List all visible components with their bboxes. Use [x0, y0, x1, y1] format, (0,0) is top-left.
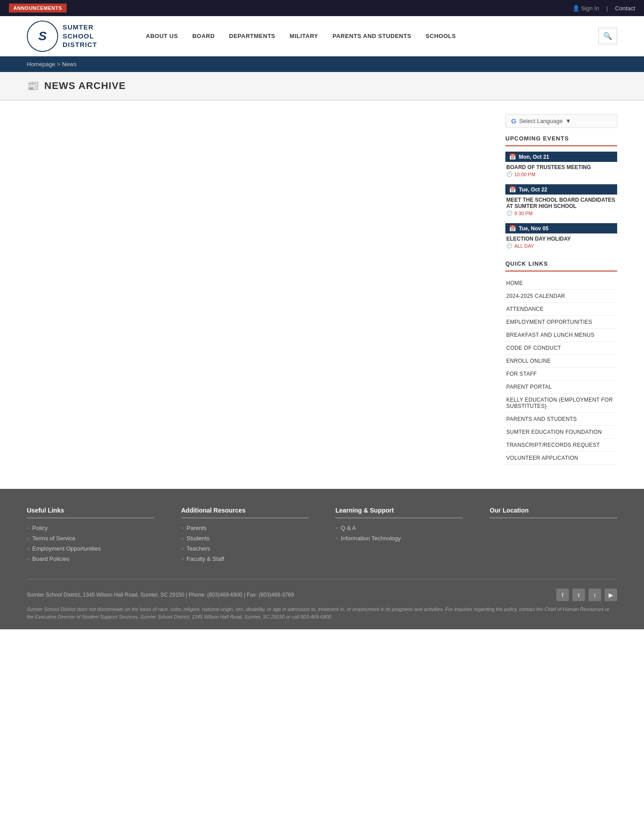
- header: S SUMTER SCHOOL DISTRICT ABOUT US BOARD …: [0, 16, 644, 56]
- quick-link[interactable]: ENROLL ONLINE: [505, 355, 617, 367]
- event-title: ELECTION DAY HOLIDAY: [505, 236, 617, 242]
- quick-link[interactable]: KELLY EDUCATION (EMPLOYMENT FOR SUBSTITU…: [505, 394, 617, 412]
- footer-link[interactable]: Students: [186, 535, 209, 542]
- list-item: Q & A: [335, 525, 463, 531]
- nav-departments[interactable]: DEPARTMENTS: [222, 28, 282, 44]
- contact-link[interactable]: Contact: [615, 5, 635, 12]
- quick-link[interactable]: PARENTS AND STUDENTS: [505, 413, 617, 425]
- youtube-icon[interactable]: ▶: [605, 589, 617, 601]
- quick-link[interactable]: CODE OF CONDUCT: [505, 342, 617, 354]
- footer-disclaimer: Sumter School District does not discrimi…: [27, 606, 617, 620]
- announcements-button[interactable]: ANNOUNCEMENTS: [9, 4, 67, 13]
- footer-link[interactable]: Q & A: [341, 525, 356, 531]
- footer-link[interactable]: Policy: [32, 525, 48, 531]
- list-item: VOLUNTEER APPLICATION: [505, 452, 617, 465]
- footer-columns: Useful Links Policy Terms of Service Emp…: [27, 507, 617, 566]
- list-item: HOME: [505, 277, 617, 290]
- quick-link[interactable]: BREAKFAST AND LUNCH MENUS: [505, 329, 617, 341]
- list-item: KELLY EDUCATION (EMPLOYMENT FOR SUBSTITU…: [505, 394, 617, 413]
- quick-link[interactable]: PARENT PORTAL: [505, 381, 617, 393]
- list-item: ATTENDANCE: [505, 303, 617, 316]
- event-title: MEET THE SCHOOL BOARD CANDIDATES AT SUMT…: [505, 197, 617, 209]
- footer-link[interactable]: Board Policies: [32, 555, 69, 562]
- event-date-bar: 📅 Tue, Nov 05: [505, 223, 617, 233]
- quick-link[interactable]: ATTENDANCE: [505, 303, 617, 315]
- search-button[interactable]: 🔍: [598, 28, 617, 44]
- clock-icon: 🕙: [506, 171, 513, 177]
- footer-address: Sumter School District, 1345 Wilson Hall…: [27, 592, 294, 598]
- google-g-icon: G: [511, 117, 517, 125]
- logo-circle: S: [27, 21, 58, 52]
- facebook-icon[interactable]: f: [556, 589, 569, 601]
- quick-links-title: QUICK LINKS: [505, 260, 617, 271]
- footer-link[interactable]: Information Technology: [341, 535, 401, 542]
- quick-link[interactable]: VOLUNTEER APPLICATION: [505, 452, 617, 464]
- quick-link[interactable]: FOR STAFF: [505, 368, 617, 380]
- quick-link[interactable]: EMPLOYMENT OPPORTUNITIES: [505, 316, 617, 328]
- quick-link[interactable]: SUMTER EDUCATION FOUNDATION: [505, 426, 617, 438]
- footer-col-additional-resources: Additional Resources Parents Students Te…: [181, 507, 309, 566]
- nav-military[interactable]: MILITARY: [283, 28, 326, 44]
- nav-parents-students[interactable]: PARENTS AND STUDENTS: [325, 28, 418, 44]
- list-item: 2024-2025 CALENDAR: [505, 290, 617, 303]
- signin-link[interactable]: 👤 Sign In: [572, 5, 599, 12]
- event-time: 🕙 10:00 PM: [505, 170, 617, 178]
- event-date-bar: 📅 Mon, Oct 21: [505, 152, 617, 162]
- list-item: Board Policies: [27, 555, 154, 562]
- instagram-icon[interactable]: i: [589, 589, 601, 601]
- nav-about-us[interactable]: ABOUT US: [139, 28, 185, 44]
- footer-col-useful-links: Useful Links Policy Terms of Service Emp…: [27, 507, 154, 566]
- quick-link[interactable]: TRANSCRIPT/RECORDS REQUEST: [505, 439, 617, 451]
- nav-board[interactable]: BOARD: [185, 28, 222, 44]
- calendar-icon: 📅: [509, 153, 516, 160]
- logo-link[interactable]: S SUMTER SCHOOL DISTRICT: [27, 21, 121, 52]
- footer-links-list: Parents Students Teachers Faculty & Staf…: [181, 525, 309, 562]
- quick-link[interactable]: HOME: [505, 277, 617, 289]
- nav-schools[interactable]: SCHOOLS: [419, 28, 463, 44]
- translate-bar[interactable]: G Select Language ▼: [505, 114, 617, 128]
- event-item: 📅 Tue, Nov 05 ELECTION DAY HOLIDAY 🕙 ALL…: [505, 223, 617, 250]
- footer-links-list: Policy Terms of Service Employment Oppor…: [27, 525, 154, 562]
- clock-icon: 🕙: [506, 243, 513, 249]
- calendar-icon: 📅: [509, 225, 516, 232]
- event-date: Tue, Oct 22: [519, 187, 547, 193]
- logo-text: SUMTER SCHOOL DISTRICT: [63, 23, 121, 49]
- list-item: Information Technology: [335, 535, 463, 542]
- quick-links-section: QUICK LINKS HOME 2024-2025 CALENDAR ATTE…: [505, 260, 617, 465]
- list-item: Students: [181, 535, 309, 542]
- breadcrumb-separator: >: [57, 61, 62, 68]
- upcoming-events-title: UPCOMING EVENTS: [505, 135, 617, 146]
- footer-col-title: Useful Links: [27, 507, 154, 518]
- twitter-icon[interactable]: t: [572, 589, 585, 601]
- footer: Useful Links Policy Terms of Service Emp…: [0, 489, 644, 629]
- footer-link[interactable]: Teachers: [186, 545, 210, 552]
- list-item: Employment Opportunities: [27, 545, 154, 552]
- footer-col-title: Our Location: [490, 507, 617, 518]
- footer-link[interactable]: Terms of Service: [32, 535, 76, 542]
- top-bar: ANNOUNCEMENTS 👤 Sign In | Contact: [0, 0, 644, 16]
- breadcrumb-home[interactable]: Homepage: [27, 61, 55, 68]
- list-item: PARENTS AND STUDENTS: [505, 413, 617, 426]
- calendar-icon: 📅: [509, 186, 516, 193]
- footer-bottom-top: Sumter School District, 1345 Wilson Hall…: [27, 589, 617, 601]
- main-content: G Select Language ▼ UPCOMING EVENTS 📅 Mo…: [0, 101, 644, 489]
- footer-col-title: Learning & Support: [335, 507, 463, 518]
- user-icon: 👤: [572, 5, 580, 12]
- social-icons: f t i ▶: [556, 589, 617, 601]
- quick-link[interactable]: 2024-2025 CALENDAR: [505, 290, 617, 302]
- event-item: 📅 Tue, Oct 22 MEET THE SCHOOL BOARD CAND…: [505, 184, 617, 217]
- list-item: Faculty & Staff: [181, 555, 309, 562]
- list-item: BREAKFAST AND LUNCH MENUS: [505, 329, 617, 342]
- breadcrumb: Homepage > News: [27, 61, 617, 68]
- page-title: NEWS ARCHIVE: [44, 80, 126, 92]
- event-date-bar: 📅 Tue, Oct 22: [505, 184, 617, 195]
- list-item: TRANSCRIPT/RECORDS REQUEST: [505, 439, 617, 452]
- footer-link[interactable]: Employment Opportunities: [32, 545, 101, 552]
- list-item: SUMTER EDUCATION FOUNDATION: [505, 426, 617, 439]
- footer-link[interactable]: Faculty & Staff: [186, 555, 224, 562]
- footer-bottom: Sumter School District, 1345 Wilson Hall…: [27, 579, 617, 620]
- footer-col-location: Our Location: [490, 507, 617, 566]
- event-item: 📅 Mon, Oct 21 BOARD OF TRUSTEES MEETING …: [505, 152, 617, 178]
- footer-link[interactable]: Parents: [186, 525, 207, 531]
- page-header-bar: Homepage > News: [0, 56, 644, 72]
